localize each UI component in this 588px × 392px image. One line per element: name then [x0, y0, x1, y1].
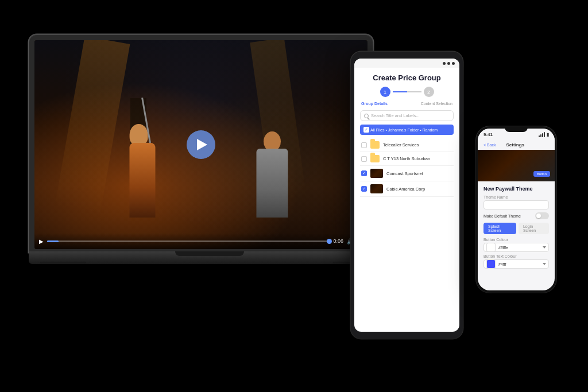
phone-section-title: New Paywall Theme — [483, 186, 549, 192]
screen-tabs: Splash Screen Login Screen — [483, 223, 549, 234]
singer-figure — [108, 103, 177, 218]
back-button[interactable]: < Back — [483, 143, 496, 147]
battery-icon: ▮ — [547, 132, 549, 137]
video-thumb-3 — [370, 169, 383, 178]
folder-icon-2 — [370, 155, 380, 162]
button-color-swatch — [486, 243, 496, 252]
status-dot-3 — [452, 62, 455, 65]
splash-screen-tab[interactable]: Splash Screen — [483, 223, 516, 234]
signal-bar-2 — [540, 134, 541, 137]
search-icon — [364, 114, 369, 118]
theme-name-input[interactable] — [483, 200, 549, 209]
laptop-notch — [175, 251, 244, 256]
play-pause-button[interactable]: ▶ — [39, 238, 44, 244]
laptop: ▶ 0:06 🔊 ⛶ — [29, 34, 385, 281]
progress-bar[interactable] — [47, 240, 330, 242]
button-text-color-swatch — [486, 259, 496, 269]
tablet-device: Create Price Group 1 2 Group Details Con… — [351, 52, 463, 339]
progress-fill — [47, 240, 59, 242]
signal-bar-1 — [539, 135, 540, 137]
laptop-base — [29, 251, 390, 264]
signal-bar-3 — [542, 133, 543, 137]
phone-header: < Back Settings — [478, 140, 555, 150]
step-2-label: Content Selection — [421, 102, 452, 106]
file-name-2: C T Y13 North Suburban — [383, 156, 452, 161]
folder-icon-1 — [370, 141, 380, 149]
button-color-dropdown[interactable]: #fffffe — [483, 243, 549, 252]
signal-icon — [539, 132, 545, 137]
button-color-value: #fffffe — [498, 246, 543, 250]
phone-video-button[interactable]: Button — [533, 171, 550, 177]
scene: ▶ 0:06 🔊 ⛶ — [0, 0, 588, 392]
singer-body — [129, 143, 155, 218]
search-placeholder: Search Title and Labels... — [371, 113, 420, 118]
laptop-screen-inner: ▶ 0:06 🔊 ⛶ — [34, 40, 368, 249]
file-name-3: Comcast Sportsnet — [386, 171, 452, 176]
file-checkbox-3[interactable]: ✓ — [361, 170, 367, 176]
file-row-4[interactable]: ✓ Cable America Corp — [360, 181, 454, 197]
make-default-label: Make Default Theme — [483, 214, 521, 218]
video-thumb-4 — [370, 184, 383, 193]
stepper-row: 1 2 — [360, 87, 454, 97]
tablet-page-title: Create Price Group — [360, 73, 454, 82]
guitarist-body — [257, 149, 288, 218]
phone-video-thumbnail: Button — [478, 150, 555, 181]
file-checkbox-4[interactable]: ✓ — [361, 186, 367, 192]
step-line — [393, 91, 421, 92]
laptop-foot-left — [40, 262, 86, 264]
phone-status-icons: ▮ — [539, 132, 549, 137]
tablet-status-bar — [354, 59, 459, 68]
breadcrumb-row: ✓ All Files • Johanna's Folder • Random — [360, 125, 454, 135]
progress-dot — [327, 239, 332, 244]
step-1-label: Group Details — [361, 102, 388, 106]
file-name-1: Telecaller Services — [383, 142, 452, 148]
tablet-content: Create Price Group 1 2 Group Details Con… — [354, 68, 459, 197]
phone-header-title: Settings — [506, 142, 525, 148]
step-labels: Group Details Content Selection — [360, 102, 454, 106]
button-text-color-value: #4fff — [498, 262, 543, 266]
file-row-2[interactable]: C T Y13 North Suburban — [360, 152, 454, 166]
select-all-checkbox[interactable]: ✓ — [363, 127, 369, 133]
laptop-screen-outer: ▶ 0:06 🔊 ⛶ — [29, 34, 373, 253]
chevron-down-icon — [543, 246, 546, 249]
theme-name-label: Theme Name — [483, 195, 549, 199]
play-triangle-icon — [197, 139, 207, 150]
guitarist-figure — [243, 114, 301, 218]
make-default-toggle[interactable] — [535, 212, 549, 219]
phone-time: 9:41 — [483, 132, 493, 137]
file-checkbox-1[interactable] — [361, 142, 367, 148]
phone-notch — [505, 126, 528, 132]
video-background: ▶ 0:06 🔊 ⛶ — [34, 40, 368, 249]
search-row[interactable]: Search Title and Labels... — [360, 110, 454, 121]
time-display: 0:06 — [333, 238, 343, 244]
step-1-circle: 1 — [380, 87, 390, 97]
file-row-1[interactable]: Telecaller Services — [360, 138, 454, 152]
file-row-3[interactable]: ✓ Comcast Sportsnet — [360, 166, 454, 181]
file-checkbox-2[interactable] — [361, 156, 367, 162]
login-screen-tab[interactable]: Login Screen — [519, 223, 549, 234]
tablet-screen: Create Price Group 1 2 Group Details Con… — [354, 59, 459, 332]
chevron-down-icon-2 — [543, 263, 546, 265]
status-dot-1 — [443, 62, 446, 65]
phone-screen: 9:41 ▮ < Back Settings — [478, 129, 555, 290]
signal-bar-4 — [544, 132, 545, 137]
breadcrumb-text: All Files • Johanna's Folder • Random — [370, 128, 438, 132]
status-dot-2 — [447, 62, 450, 65]
button-text-color-dropdown[interactable]: #4fff — [483, 259, 549, 269]
make-default-row: Make Default Theme — [483, 212, 549, 219]
file-name-4: Cable America Corp — [386, 187, 452, 192]
video-controls-bar: ▶ 0:06 🔊 ⛶ — [34, 233, 368, 249]
phone-content: New Paywall Theme Theme Name Make Defaul… — [478, 181, 555, 275]
button-text-color-label: Button Text Colour — [483, 254, 549, 258]
phone-device: 9:41 ▮ < Back Settings — [476, 126, 556, 293]
button-color-label: Button Colour — [483, 238, 549, 242]
toggle-thumb — [536, 214, 541, 218]
play-button[interactable] — [187, 130, 215, 159]
step-2-circle: 2 — [424, 87, 434, 97]
